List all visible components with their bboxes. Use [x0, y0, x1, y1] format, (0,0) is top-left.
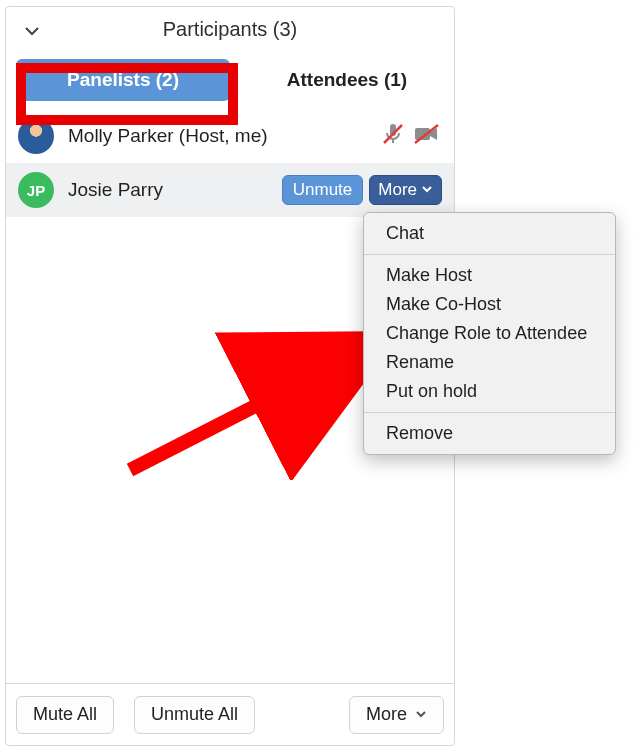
menu-separator: [364, 412, 615, 413]
status-icons: [380, 121, 442, 151]
mute-all-label: Mute All: [33, 704, 97, 725]
row-actions: Unmute More: [282, 175, 442, 205]
menu-separator: [364, 254, 615, 255]
unmute-label: Unmute: [293, 180, 353, 200]
chevron-down-icon: [421, 180, 433, 200]
menu-item-rename[interactable]: Rename: [364, 348, 615, 377]
menu-item-remove[interactable]: Remove: [364, 419, 615, 448]
panel-title: Participants (3): [163, 18, 298, 41]
unmute-button[interactable]: Unmute: [282, 175, 364, 205]
participant-name: Josie Parry: [68, 179, 282, 201]
tab-panelists-label: Panelists (2): [67, 69, 179, 90]
camera-off-icon: [412, 121, 442, 151]
mute-all-button[interactable]: Mute All: [16, 696, 114, 734]
menu-item-chat[interactable]: Chat: [364, 219, 615, 248]
avatar: [18, 118, 54, 154]
unmute-all-label: Unmute All: [151, 704, 238, 725]
menu-item-make-cohost[interactable]: Make Co-Host: [364, 290, 615, 319]
more-label: More: [378, 180, 417, 200]
footer-more-label: More: [366, 704, 407, 725]
collapse-icon[interactable]: [24, 21, 40, 44]
tab-attendees-label: Attendees (1): [287, 69, 407, 90]
avatar: JP: [18, 172, 54, 208]
more-dropdown-menu: Chat Make Host Make Co-Host Change Role …: [363, 212, 616, 455]
menu-item-put-on-hold[interactable]: Put on hold: [364, 377, 615, 406]
more-button[interactable]: More: [369, 175, 442, 205]
mic-muted-icon: [380, 121, 406, 151]
participant-name: Molly Parker (Host, me): [68, 125, 380, 147]
panel-footer: Mute All Unmute All More: [6, 683, 454, 745]
tabs: Panelists (2) Attendees (1): [6, 51, 454, 109]
footer-more-button[interactable]: More: [349, 696, 444, 734]
tab-attendees[interactable]: Attendees (1): [240, 69, 454, 91]
chevron-down-icon: [415, 704, 427, 725]
avatar-initials: JP: [27, 182, 45, 199]
participant-row[interactable]: JP Josie Parry Unmute More: [6, 163, 454, 217]
tab-panelists[interactable]: Panelists (2): [16, 59, 230, 101]
menu-item-change-role[interactable]: Change Role to Attendee: [364, 319, 615, 348]
menu-item-make-host[interactable]: Make Host: [364, 261, 615, 290]
unmute-all-button[interactable]: Unmute All: [134, 696, 255, 734]
participant-row: Molly Parker (Host, me): [6, 109, 454, 163]
panel-header: Participants (3): [6, 7, 454, 51]
